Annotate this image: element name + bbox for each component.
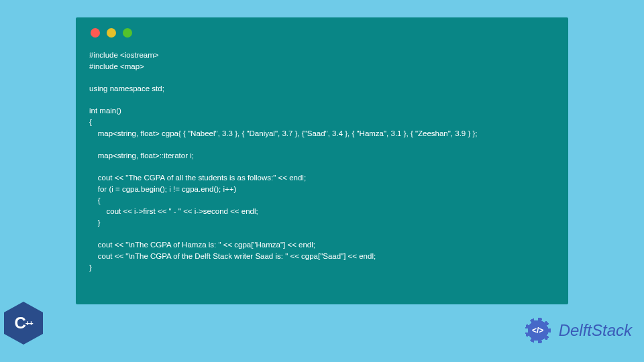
code-line: cout << i->first << " - " << i->second <… [89,207,258,215]
code-line: cout << "The CGPA of all the students is… [89,174,306,182]
code-line: cout << "\nThe CGPA of Hamza is: " << cg… [89,241,315,249]
code-line: #include <iostream> [89,51,159,59]
cpp-logo-text: C++ [14,314,32,333]
code-block: #include <iostream> #include <map> using… [89,50,555,273]
code-line: { [89,118,92,126]
window-controls [91,28,555,38]
code-window: #include <iostream> #include <map> using… [76,17,568,304]
cpp-logo: C++ [4,302,43,345]
close-icon[interactable] [91,28,100,38]
delftstack-text: DelftStack [559,321,632,340]
code-line: } [89,219,101,227]
minimize-icon[interactable] [107,28,116,38]
code-line: using namespace std; [89,84,164,93]
code-line: } [89,263,92,272]
code-line: int main() [89,107,121,115]
code-line: { [89,196,101,204]
delftstack-logo: </> DelftStack [520,312,632,349]
delftstack-gear-icon: </> [520,312,556,349]
delftstack-code-icon: </> [532,326,543,335]
cpp-hexagon-icon: C++ [4,302,43,345]
code-line: cout << "\nThe CGPA of the Delft Stack w… [89,252,376,260]
code-line: map<string, float> cgpa{ { "Nabeel", 3.3… [89,129,478,137]
maximize-icon[interactable] [123,28,132,38]
code-line: for (i = cgpa.begin(); i != cgpa.end(); … [89,185,236,193]
code-line: map<string, float>::iterator i; [89,152,194,160]
code-line: #include <map> [89,62,144,70]
